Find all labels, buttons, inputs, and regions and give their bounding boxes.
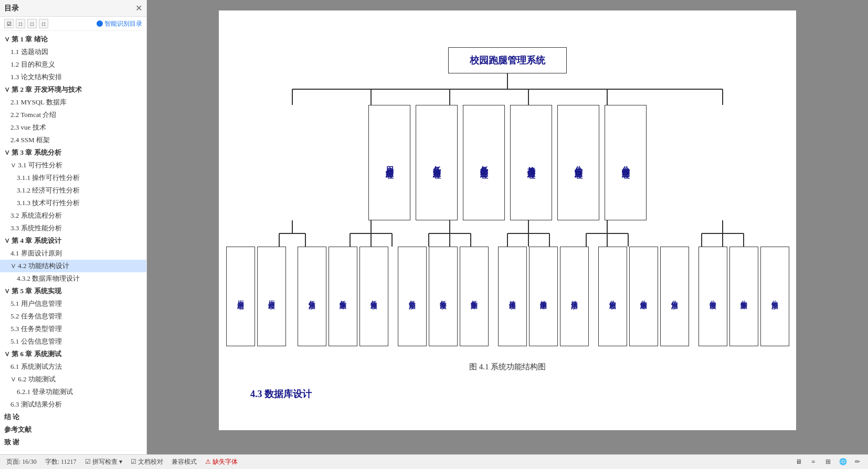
tree-item-ch2-1[interactable]: 2.1 MYSQL 数据库 [0, 96, 146, 109]
status-bar-right: 🖥 ≡ ⊞ 🌐 ✏ [795, 458, 862, 466]
level1-row: 用户信息管理 任务信息管理 任务类型管理 接单信息管理 [368, 105, 647, 220]
level1-node-2: 任务信息管理 [416, 105, 458, 220]
tree-item-ch6-2[interactable]: ∨ 6.2 功能测试 [0, 373, 146, 386]
level2-node-6-1: 公告类型修改 [698, 247, 727, 346]
level2-node-5-2: 公告信息删除 [629, 247, 658, 346]
tree-item-ch6-3[interactable]: 6.3 测试结果分析 [0, 398, 146, 411]
missing-font[interactable]: ⚠ 缺失字体 [205, 457, 238, 466]
view-icon-3[interactable]: ⊞ [824, 458, 832, 466]
tree-item-ch5[interactable]: ∨ 第 5 章 系统实现 [0, 285, 146, 297]
level2-row: 用户信息新增 用户信息修改 任务信息添加 任务信息删除 任务信息修改 任务类型添… [226, 247, 789, 346]
sidebar-close-button[interactable]: ✕ [135, 3, 142, 13]
next-section-title: 4.3 数据库设计 [250, 388, 765, 400]
tree-item-ch1[interactable]: ∨ 第 1 章 绪论 [0, 33, 146, 46]
level2-node-5-1: 公告信息删改 [598, 247, 627, 346]
tree-item-ch6[interactable]: ∨ 第 6 章 系统测试 [0, 348, 146, 360]
tree-item-ack[interactable]: 致 谢 [0, 436, 146, 449]
tree-item-ch2[interactable]: ∨ 第 2 章 开发环境与技术 [0, 83, 146, 96]
sidebar-toolbar: ☑ □ □ □ 智能识别目录 [0, 17, 146, 31]
sidebar-header: 目录 ✕ [0, 0, 146, 17]
tree-item-ch2-2[interactable]: 2.2 Tomcat 介绍 [0, 109, 146, 121]
toolbar-btn-1[interactable]: ☑ [4, 19, 14, 28]
level2-node-3-2: 任务类型修改 [429, 247, 458, 346]
edit-icon[interactable]: ✏ [853, 458, 862, 466]
level2-node-6-2: 公告类型删除 [729, 247, 758, 346]
view-icon-4[interactable]: 🌐 [839, 458, 847, 466]
smart-toc-button[interactable]: 智能识别目录 [97, 19, 142, 28]
level1-col-1: 用户信息管理 [368, 105, 410, 220]
smart-toc-icon [97, 20, 103, 27]
level1-col-4: 接单信息管理 [510, 105, 552, 220]
tree-item-ref[interactable]: 参考文献 [0, 423, 146, 436]
sidebar-tree: ∨ 第 1 章 绪论 1.1 选题动因 1.2 目的和意义 1.3 论文结构安排… [0, 31, 146, 454]
tree-item-ch5-3[interactable]: 5.3 任务类型管理 [0, 323, 146, 335]
tree-item-ch6-1[interactable]: 6.1 系统测试方法 [0, 360, 146, 373]
tree-item-ch5-1b[interactable]: 5.1 公告信息管理 [0, 335, 146, 348]
level2-node-4-1: 接单信息修改 [498, 247, 527, 346]
level1-node-6: 公告类型管理 [605, 105, 647, 220]
level1-col-6: 公告类型管理 [605, 105, 647, 220]
tree-item-ch3-1[interactable]: ∨ 3.1 可行性分析 [0, 159, 146, 172]
content-area: 校园跑腿管理系统 [147, 0, 868, 454]
level1-col-3: 任务类型管理 [463, 105, 505, 220]
level1-node-5: 公告信息管理 [557, 105, 599, 220]
tree-item-ch3-1-1[interactable]: 3.1.1 操作可行性分析 [0, 172, 146, 184]
toolbar-btn-3[interactable]: □ [27, 19, 37, 28]
level1-col-2: 任务信息管理 [416, 105, 458, 220]
tree-item-ch3-1-3[interactable]: 3.1.3 技术可行性分析 [0, 197, 146, 209]
page-info: 页面: 16/30 [6, 457, 37, 466]
level1-node-4: 接单信息管理 [510, 105, 552, 220]
toolbar-btn-4[interactable]: □ [39, 19, 48, 28]
level2-node-2-2: 任务信息删除 [329, 247, 357, 346]
level2-node-2-3: 任务信息修改 [359, 247, 388, 346]
spell-check[interactable]: ☑ 拼写检查 ▾ [85, 457, 122, 466]
tree-item-ch1-3[interactable]: 1.3 论文结构安排 [0, 71, 146, 83]
level2-node-2-1: 任务信息添加 [298, 247, 326, 346]
level2-node-3-1: 任务类型添加 [398, 247, 427, 346]
level2-connector-svg [258, 220, 757, 247]
tree-item-ch4-3-2[interactable]: 4.3.2 数据库物理设计 [0, 272, 146, 285]
level2-node-3-3: 任务类型删除 [460, 247, 489, 346]
root-connector-svg [258, 73, 757, 105]
tree-item-ch3-2[interactable]: 3.2 系统流程分析 [0, 209, 146, 222]
view-icon-1[interactable]: 🖥 [795, 458, 803, 466]
level2-node-4-2: 接单信息删除 [529, 247, 558, 346]
tree-item-ch2-3[interactable]: 2.3 vue 技术 [0, 121, 146, 134]
org-chart: 校园跑腿管理系统 [250, 47, 765, 346]
doc-check[interactable]: ☑ 文档校对 [131, 457, 163, 466]
status-bar: 页面: 16/30 字数: 11217 ☑ 拼写检查 ▾ ☑ 文档校对 兼容模式… [0, 454, 868, 469]
tree-item-ch5-1[interactable]: 5.1 用户信息管理 [0, 297, 146, 310]
level2-node-1-1: 用户信息新增 [226, 247, 255, 346]
tree-item-ch5-2[interactable]: 5.2 任务信息管理 [0, 310, 146, 323]
tree-item-ch3-1-2[interactable]: 3.1.2 经济可行性分析 [0, 184, 146, 197]
word-count: 字数: 11217 [45, 457, 77, 466]
view-icon-2[interactable]: ≡ [809, 458, 818, 466]
sidebar: 目录 ✕ ☑ □ □ □ 智能识别目录 ∨ 第 1 章 绪论 1.1 选题动因 … [0, 0, 147, 454]
level1-col-5: 公告信息管理 [557, 105, 599, 220]
tree-item-ch1-1[interactable]: 1.1 选题动因 [0, 46, 146, 58]
page: 校园跑腿管理系统 [219, 10, 796, 430]
org-root-node: 校园跑腿管理系统 [448, 47, 567, 73]
tree-item-ch1-2[interactable]: 1.2 目的和意义 [0, 58, 146, 71]
tree-item-ch3[interactable]: ∨ 第 3 章 系统分析 [0, 146, 146, 159]
level2-node-5-3: 公告信息添加 [660, 247, 689, 346]
tree-item-ch2-4[interactable]: 2.4 SSM 框架 [0, 134, 146, 146]
figure-caption: 图 4.1 系统功能结构图 [250, 362, 765, 372]
tree-item-ch4[interactable]: ∨ 第 4 章 系统设计 [0, 235, 146, 247]
level1-node-1: 用户信息管理 [368, 105, 410, 220]
level1-node-3: 任务类型管理 [463, 105, 505, 220]
sidebar-title: 目录 [4, 4, 19, 13]
tree-item-concl[interactable]: 结 论 [0, 411, 146, 423]
level2-node-6-3: 公告类型添加 [760, 247, 789, 346]
tree-item-ch3-3[interactable]: 3.3 系统性能分析 [0, 222, 146, 235]
toolbar-btn-2[interactable]: □ [16, 19, 25, 28]
level2-node-1-2: 用户信息修改 [257, 247, 286, 346]
tree-item-ch4-1[interactable]: 4.1 界面设计原则 [0, 247, 146, 260]
level2-node-4-3: 接单信息添加 [560, 247, 589, 346]
tree-item-ch4-2[interactable]: ∨ 4.2 功能结构设计 [0, 260, 146, 272]
tree-item-ch6-2-1[interactable]: 6.2.1 登录功能测试 [0, 386, 146, 398]
compat-mode: 兼容模式 [172, 457, 197, 466]
